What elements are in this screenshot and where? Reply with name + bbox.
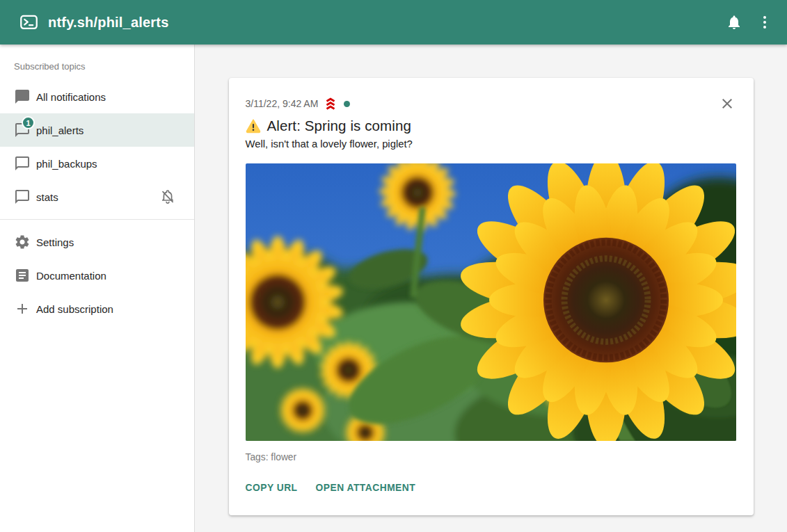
sidebar-item-label: All notifications <box>36 91 106 103</box>
attachment-image[interactable] <box>246 163 736 441</box>
sidebar-item-label: phil_alerts <box>36 124 84 136</box>
gear-icon <box>14 234 31 250</box>
bell-icon <box>726 14 742 31</box>
document-icon <box>14 267 31 284</box>
open-attachment-button[interactable]: OPEN ATTACHMENT <box>316 481 416 494</box>
terminal-icon <box>19 13 38 32</box>
chat-bubble-filled-icon <box>14 88 31 105</box>
page-title: ntfy.sh/phil_alerts <box>48 15 168 31</box>
close-notification-button[interactable] <box>717 95 737 114</box>
sidebar-item-label: phil_backups <box>36 158 97 170</box>
chat-bubble-outline-icon <box>14 155 31 172</box>
notifications-button[interactable] <box>719 7 749 38</box>
sidebar-divider <box>0 219 194 220</box>
notification-body: Well, isn't that a lovely flower, piglet… <box>246 138 737 150</box>
notification-title: Alert: Spring is coming <box>267 118 411 134</box>
notification-tags: Tags: flower <box>246 452 737 462</box>
warning-icon <box>246 118 261 134</box>
sidebar-item-phil-backups[interactable]: phil_backups <box>0 147 194 180</box>
sidebar-item-add-subscription[interactable]: Add subscription <box>0 292 194 325</box>
unread-count-badge: 1 <box>22 116 35 129</box>
sidebar-item-label: Documentation <box>36 270 106 282</box>
plus-icon <box>14 300 31 317</box>
sidebar-item-documentation[interactable]: Documentation <box>0 259 194 292</box>
subscribed-topics-label: Subscribed topics <box>0 61 194 80</box>
bell-off-icon <box>159 188 176 205</box>
notification-timestamp: 3/11/22, 9:42 AM <box>246 98 319 109</box>
kebab-menu-icon <box>756 14 773 31</box>
sidebar-item-label: stats <box>36 191 58 203</box>
chat-bubble-outline-icon <box>14 188 31 205</box>
close-icon <box>719 95 736 112</box>
app-bar: ntfy.sh/phil_alerts <box>0 0 787 45</box>
sidebar-item-settings[interactable]: Settings <box>0 225 194 259</box>
overflow-menu-button[interactable] <box>749 7 780 38</box>
sidebar-item-all-notifications[interactable]: All notifications <box>0 80 194 113</box>
notification-actions: COPY URL OPEN ATTACHMENT <box>246 481 737 494</box>
sidebar-item-label: Add subscription <box>36 303 113 315</box>
chat-bubble-outline-icon: 1 <box>14 122 31 138</box>
priority-max-icon <box>322 96 339 111</box>
copy-url-button[interactable]: COPY URL <box>246 481 298 494</box>
ntfy-app: ntfy.sh/phil_alerts Subscribed topics Al… <box>0 0 787 532</box>
unread-dot <box>344 101 350 107</box>
notification-title-row: Alert: Spring is coming <box>246 118 737 134</box>
sidebar-item-phil-alerts[interactable]: 1 phil_alerts <box>0 113 194 147</box>
notification-card: 3/11/22, 9:42 AM Alert: Spring is comi <box>229 78 754 515</box>
sidebar-item-stats[interactable]: stats <box>0 180 194 213</box>
sidebar-item-label: Settings <box>36 236 74 248</box>
main-area: 3/11/22, 9:42 AM Alert: Spring is comi <box>195 45 787 532</box>
sidebar: Subscribed topics All notifications 1 ph… <box>0 45 195 532</box>
notification-meta: 3/11/22, 9:42 AM <box>246 96 737 111</box>
